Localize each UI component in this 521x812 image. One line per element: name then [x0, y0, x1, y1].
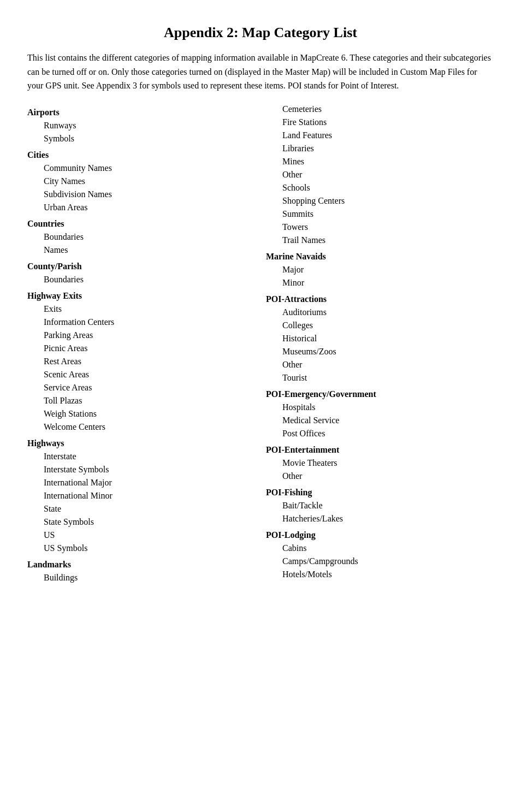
subcategory-label: Hatcheries/Lakes	[266, 512, 494, 525]
subcategory-label: Other	[266, 358, 494, 371]
subcategory-label: Exits	[27, 303, 255, 316]
subcategory-label: Urban Areas	[27, 201, 255, 214]
left-column: AirportsRunwaysSymbolsCitiesCommunity Na…	[27, 103, 266, 584]
subcategory-label: Tourist	[266, 371, 494, 384]
subcategory-label: Welcome Centers	[27, 420, 255, 434]
subcategory-label: Fire Stations	[266, 116, 494, 129]
category-label: County/Parish	[27, 260, 255, 273]
subcategory-label: Scenic Areas	[27, 368, 255, 381]
subcategory-label: US Symbols	[27, 542, 255, 555]
subcategory-label: US	[27, 529, 255, 542]
subcategory-label: Bait/Tackle	[266, 499, 494, 512]
subcategory-label: Parking Areas	[27, 329, 255, 342]
subcategory-label: Summits	[266, 208, 494, 221]
subcategory-label: Colleges	[266, 319, 494, 332]
right-column: CemeteriesFire StationsLand FeaturesLibr…	[266, 103, 494, 584]
subcategory-label: Runways	[27, 119, 255, 132]
intro-text: This list contains the different categor…	[27, 51, 494, 93]
subcategory-label: State Symbols	[27, 515, 255, 529]
subcategory-label: Schools	[266, 181, 494, 194]
subcategory-label: Hotels/Motels	[266, 568, 494, 581]
subcategory-label: Buildings	[27, 571, 255, 584]
subcategory-label: Names	[27, 244, 255, 257]
subcategory-label: Libraries	[266, 142, 494, 155]
subcategory-label: Picnic Areas	[27, 342, 255, 355]
subcategory-label: Towers	[266, 221, 494, 234]
subcategory-label: Museums/Zoos	[266, 345, 494, 358]
page-title: Appendix 2: Map Category List	[27, 22, 494, 43]
subcategory-label: Minor	[266, 276, 494, 289]
subcategory-label: Land Features	[266, 129, 494, 142]
subcategory-label: Post Offices	[266, 427, 494, 440]
category-label: POI-Lodging	[266, 529, 494, 542]
subcategory-label: International Minor	[27, 489, 255, 502]
category-columns: AirportsRunwaysSymbolsCitiesCommunity Na…	[27, 103, 494, 584]
subcategory-label: Subdivision Names	[27, 188, 255, 201]
category-label: Highways	[27, 437, 255, 450]
subcategory-label: Toll Plazas	[27, 394, 255, 407]
category-label: Cities	[27, 149, 255, 162]
category-label: POI-Fishing	[266, 486, 494, 499]
subcategory-label: Weigh Stations	[27, 407, 255, 420]
category-label: Marine Navaids	[266, 250, 494, 263]
subcategory-label: Symbols	[27, 132, 255, 145]
subcategory-label: Movie Theaters	[266, 457, 494, 470]
subcategory-label: Cemeteries	[266, 103, 494, 116]
subcategory-label: City Names	[27, 175, 255, 188]
subcategory-label: Boundaries	[27, 230, 255, 244]
category-label: POI-Attractions	[266, 293, 494, 306]
subcategory-label: Other	[266, 470, 494, 483]
subcategory-label: Community Names	[27, 162, 255, 175]
subcategory-label: Trail Names	[266, 234, 494, 247]
category-label: POI-Emergency/Government	[266, 388, 494, 401]
subcategory-label: Camps/Campgrounds	[266, 555, 494, 568]
subcategory-label: Hospitals	[266, 401, 494, 414]
subcategory-label: Mines	[266, 155, 494, 168]
subcategory-label: Information Centers	[27, 316, 255, 329]
subcategory-label: Service Areas	[27, 381, 255, 394]
subcategory-label: Medical Service	[266, 414, 494, 427]
subcategory-label: Other	[266, 168, 494, 181]
subcategory-label: Interstate Symbols	[27, 463, 255, 476]
subcategory-label: Historical	[266, 332, 494, 345]
category-label: Airports	[27, 106, 255, 119]
subcategory-label: Cabins	[266, 542, 494, 555]
category-label: Landmarks	[27, 558, 255, 571]
subcategory-label: Major	[266, 263, 494, 276]
subcategory-label: State	[27, 502, 255, 515]
subcategory-label: Interstate	[27, 450, 255, 463]
subcategory-label: International Major	[27, 476, 255, 489]
category-label: POI-Entertainment	[266, 443, 494, 457]
category-label: Countries	[27, 217, 255, 230]
category-label: Highway Exits	[27, 289, 255, 303]
subcategory-label: Boundaries	[27, 273, 255, 286]
subcategory-label: Shopping Centers	[266, 194, 494, 208]
subcategory-label: Auditoriums	[266, 306, 494, 319]
subcategory-label: Rest Areas	[27, 355, 255, 368]
